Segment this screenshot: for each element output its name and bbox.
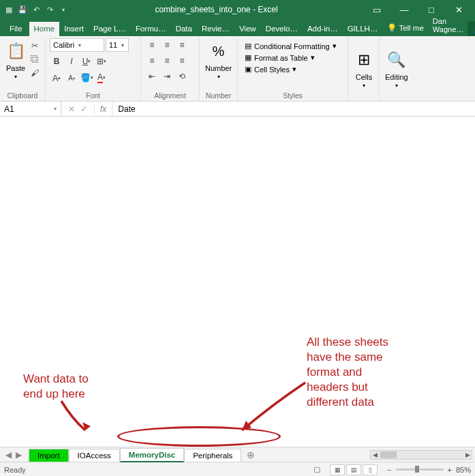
- editing-icon: 🔍: [386, 48, 407, 72]
- sheet-tab-ioaccess[interactable]: IOAccess: [69, 449, 120, 462]
- window-title: combine_sheets_into_one - Excel: [70, 5, 363, 14]
- tab-addins[interactable]: Add-in…: [303, 22, 343, 36]
- bold-button[interactable]: B: [50, 55, 63, 68]
- cell-styles-button[interactable]: ▣Cell Styles ▾: [242, 64, 299, 74]
- tab-home[interactable]: Home: [29, 22, 60, 36]
- annotation-arrow-1: [41, 398, 102, 438]
- cells-icon: ⊞: [354, 48, 374, 72]
- number-format-button[interactable]: % Number ▾: [204, 38, 233, 81]
- sheet-tab-import[interactable]: Import: [29, 449, 69, 462]
- annotation-2: All these sheets have the same format an…: [307, 335, 388, 410]
- sheet-nav-next-icon[interactable]: ▶: [16, 450, 22, 460]
- table-icon: ▦: [245, 53, 251, 62]
- decrease-indent-icon[interactable]: ⇤: [145, 70, 159, 83]
- font-name-combo[interactable]: Calibri▾: [50, 38, 104, 52]
- shrink-font-icon[interactable]: A▾: [65, 71, 78, 85]
- underline-button[interactable]: U▾: [80, 55, 93, 68]
- cell-styles-icon: ▣: [245, 65, 251, 74]
- tab-developer[interactable]: Develo…: [261, 22, 303, 36]
- ribbon-options-icon[interactable]: ▭: [363, 0, 390, 19]
- formula-input[interactable]: Date: [112, 102, 475, 116]
- share-button[interactable]: 👤Share: [468, 21, 475, 36]
- conditional-formatting-button[interactable]: ▤Conditional Formatting ▾: [242, 41, 339, 51]
- qat-more-icon[interactable]: ▾: [57, 3, 70, 16]
- formula-bar-row: A1▾ ✕ ✓ fx Date: [0, 102, 475, 117]
- align-left-icon[interactable]: ≡: [145, 54, 159, 68]
- align-center-icon[interactable]: ≡: [160, 54, 174, 68]
- paste-icon: 📋: [5, 40, 26, 63]
- view-page-layout-icon[interactable]: ▤: [346, 464, 361, 475]
- editing-button[interactable]: 🔍 Editing ▾: [384, 47, 410, 90]
- view-normal-icon[interactable]: ▦: [330, 464, 345, 475]
- copy-icon[interactable]: ⿻: [29, 53, 41, 65]
- tab-file[interactable]: File: [3, 22, 29, 36]
- name-box[interactable]: A1▾: [0, 102, 61, 116]
- status-bar: Ready ▢ ▦ ▤ ▯ − + 85%: [0, 462, 475, 476]
- clipboard-label: Clipboard: [4, 90, 41, 100]
- percent-icon: %: [209, 40, 229, 63]
- align-bottom-icon[interactable]: ≡: [175, 38, 189, 52]
- minimize-icon[interactable]: —: [390, 0, 418, 19]
- cut-icon[interactable]: ✂: [29, 40, 41, 52]
- cancel-formula-icon[interactable]: ✕: [68, 104, 75, 114]
- annotation-1: Want data to end up here: [23, 372, 89, 402]
- italic-button[interactable]: I: [65, 55, 78, 68]
- grow-font-icon[interactable]: A▴: [50, 71, 63, 85]
- horizontal-scrollbar[interactable]: ◀▶: [370, 450, 472, 460]
- format-as-table-button[interactable]: ▦Format as Table ▾: [242, 53, 318, 63]
- tab-formulas[interactable]: Formu…: [131, 22, 171, 36]
- ribbon-tabs: File Home Insert Page L… Formu… Data Rev…: [0, 19, 475, 36]
- tab-page-layout[interactable]: Page L…: [89, 22, 131, 36]
- styles-label: Styles: [242, 90, 343, 100]
- user-name[interactable]: Dan Wagne…: [429, 14, 468, 36]
- zoom-out-icon[interactable]: −: [387, 466, 391, 474]
- zoom-level[interactable]: 85%: [456, 466, 471, 474]
- excel-icon: ▦: [3, 3, 15, 16]
- view-page-break-icon[interactable]: ▯: [363, 464, 378, 475]
- font-label: Font: [50, 90, 136, 100]
- fill-color-button[interactable]: 🪣▾: [80, 71, 93, 85]
- annotation-arrow-2: [232, 377, 313, 438]
- sheet-tab-memorydisc[interactable]: MemoryDisc: [120, 448, 184, 462]
- font-size-combo[interactable]: 11▾: [106, 38, 129, 52]
- enter-formula-icon[interactable]: ✓: [80, 104, 87, 114]
- zoom-slider[interactable]: [396, 468, 444, 471]
- alignment-label: Alignment: [145, 90, 195, 100]
- annotation-ellipse: [117, 426, 281, 447]
- title-bar: ▦ 💾 ↶ ↷ ▾ combine_sheets_into_one - Exce…: [0, 0, 475, 19]
- tab-view[interactable]: View: [234, 22, 261, 36]
- ribbon: 📋 Paste ▾ ✂ ⿻ 🖌 Clipboard Calibri▾ 11▾ B…: [0, 36, 475, 102]
- font-color-button[interactable]: A▾: [95, 71, 108, 85]
- sheet-tab-bar: ◀ ▶ Import IOAccess MemoryDisc Periphera…: [0, 447, 475, 462]
- add-sheet-icon[interactable]: ⊕: [241, 447, 260, 462]
- sheet-nav-prev-icon[interactable]: ◀: [5, 450, 12, 460]
- align-top-icon[interactable]: ≡: [145, 38, 159, 52]
- align-right-icon[interactable]: ≡: [175, 54, 189, 68]
- cells-button[interactable]: ⊞ Cells ▾: [352, 47, 376, 90]
- paste-button[interactable]: 📋 Paste ▾: [4, 38, 27, 81]
- number-label: Number: [204, 90, 233, 100]
- status-ready: Ready: [4, 466, 26, 474]
- zoom-in-icon[interactable]: +: [448, 466, 452, 474]
- orientation-icon[interactable]: ⟲: [175, 70, 189, 83]
- tab-review[interactable]: Revie…: [197, 22, 234, 36]
- macro-record-icon[interactable]: ▢: [313, 465, 320, 474]
- sheet-tab-peripherals[interactable]: Peripherals: [184, 449, 241, 462]
- undo-icon[interactable]: ↶: [30, 3, 42, 16]
- redo-icon[interactable]: ↷: [44, 3, 56, 16]
- tab-insert[interactable]: Insert: [59, 22, 89, 36]
- increase-indent-icon[interactable]: ⇥: [160, 70, 174, 83]
- tab-custom[interactable]: GILLH…: [343, 22, 383, 36]
- align-middle-icon[interactable]: ≡: [160, 38, 174, 52]
- tab-data[interactable]: Data: [171, 22, 197, 36]
- save-icon[interactable]: 💾: [16, 3, 29, 16]
- tell-me[interactable]: 💡 Tell me: [382, 20, 428, 36]
- fx-icon[interactable]: fx: [94, 104, 112, 114]
- format-painter-icon[interactable]: 🖌: [29, 67, 41, 79]
- cond-format-icon: ▤: [245, 42, 251, 50]
- border-button[interactable]: ⊞▾: [95, 55, 108, 68]
